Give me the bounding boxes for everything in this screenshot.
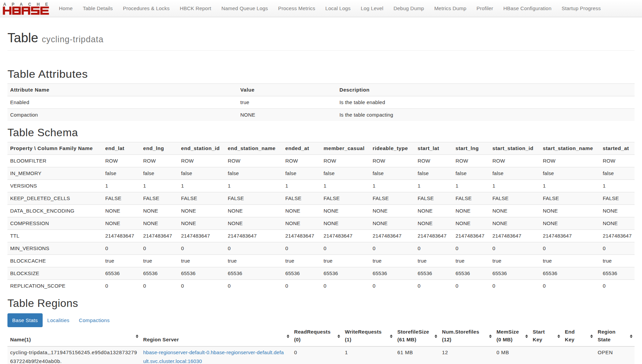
svg-text:APACHE: APACHE <box>3 2 48 7</box>
